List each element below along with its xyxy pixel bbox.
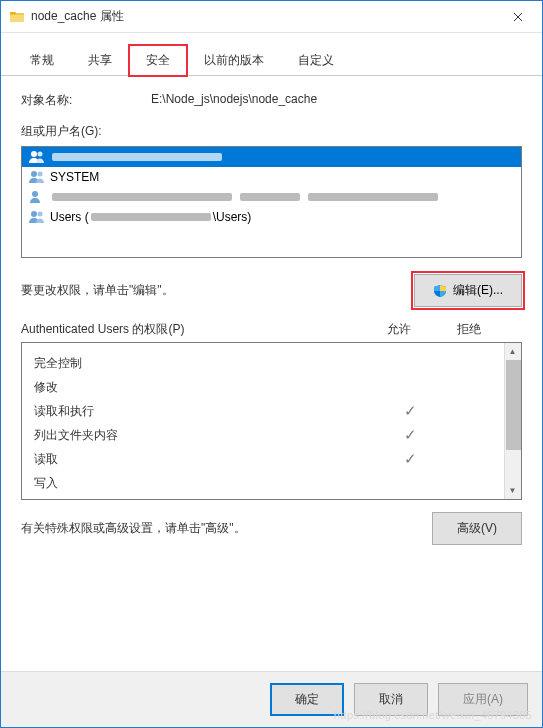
perm-row: 读取和执行✓ [34, 399, 515, 423]
tab-custom[interactable]: 自定义 [281, 45, 351, 75]
object-name-label: 对象名称: [21, 92, 151, 109]
tab-general[interactable]: 常规 [13, 45, 71, 75]
check-icon: ✓ [404, 426, 417, 443]
perm-row: 读取✓ [34, 447, 515, 471]
check-icon: ✓ [404, 402, 417, 419]
object-row: 对象名称: E:\Node_js\nodejs\node_cache [21, 92, 522, 109]
edit-row: 要更改权限，请单击"编辑"。 编辑(E)... [21, 274, 522, 307]
svg-point-5 [31, 211, 37, 217]
users-icon [28, 210, 46, 224]
advanced-button[interactable]: 高级(V) [432, 512, 522, 545]
scroll-down-icon[interactable]: ▼ [504, 482, 521, 499]
perm-row: 列出文件夹内容✓ [34, 423, 515, 447]
users-icon [28, 150, 46, 164]
close-button[interactable] [498, 3, 538, 31]
edit-hint: 要更改权限，请单击"编辑"。 [21, 282, 174, 299]
svg-point-0 [31, 151, 37, 157]
groups-listbox[interactable]: SYSTEM Users (\Users) [21, 146, 522, 258]
scrollbar[interactable]: ▲ ▼ [504, 343, 521, 499]
advanced-row: 有关特殊权限或高级设置，请单击"高级"。 高级(V) [21, 512, 522, 545]
svg-point-3 [38, 172, 43, 177]
permissions-header-label: Authenticated Users 的权限(P) [21, 321, 364, 338]
scroll-up-icon[interactable]: ▲ [504, 343, 521, 360]
list-item[interactable] [22, 187, 521, 207]
tab-security[interactable]: 安全 [129, 45, 187, 76]
content: 对象名称: E:\Node_js\nodejs\node_cache 组或用户名… [1, 76, 542, 569]
footer: 确定 取消 应用(A) [1, 671, 542, 727]
titlebar: node_cache 属性 [1, 1, 542, 33]
tab-share[interactable]: 共享 [71, 45, 129, 75]
list-item-label: \Users) [213, 210, 252, 224]
svg-point-2 [31, 171, 37, 177]
ok-button[interactable]: 确定 [270, 683, 344, 716]
shield-icon [433, 284, 447, 298]
permissions-listbox[interactable]: 完全控制 修改 读取和执行✓ 列出文件夹内容✓ 读取✓ 写入 ▲ ▼ [21, 342, 522, 500]
tabs: 常规 共享 安全 以前的版本 自定义 [1, 33, 542, 76]
scroll-thumb[interactable] [506, 360, 521, 450]
edit-button[interactable]: 编辑(E)... [414, 274, 522, 307]
col-deny: 拒绝 [434, 321, 504, 338]
apply-button[interactable]: 应用(A) [438, 683, 528, 716]
edit-button-label: 编辑(E)... [453, 282, 503, 299]
perm-row: 写入 [34, 471, 515, 495]
svg-point-4 [32, 191, 38, 197]
list-item-label: Users ( [50, 210, 89, 224]
svg-point-1 [38, 152, 43, 157]
groups-label: 组或用户名(G): [21, 123, 522, 140]
users-icon [28, 170, 46, 184]
list-item[interactable]: SYSTEM [22, 167, 521, 187]
object-path: E:\Node_js\nodejs\node_cache [151, 92, 317, 106]
user-icon [28, 190, 46, 204]
list-item[interactable]: Users (\Users) [22, 207, 521, 227]
col-allow: 允许 [364, 321, 434, 338]
tab-previous[interactable]: 以前的版本 [187, 45, 281, 75]
list-item-label: SYSTEM [50, 170, 99, 184]
check-icon: ✓ [404, 450, 417, 467]
permissions-header: Authenticated Users 的权限(P) 允许 拒绝 [21, 321, 522, 338]
perm-row: 完全控制 [34, 351, 515, 375]
cancel-button[interactable]: 取消 [354, 683, 428, 716]
window-title: node_cache 属性 [31, 8, 498, 25]
perm-row: 修改 [34, 375, 515, 399]
folder-icon [9, 9, 25, 25]
advanced-hint: 有关特殊权限或高级设置，请单击"高级"。 [21, 520, 246, 537]
list-item[interactable] [22, 147, 521, 167]
svg-point-6 [38, 212, 43, 217]
